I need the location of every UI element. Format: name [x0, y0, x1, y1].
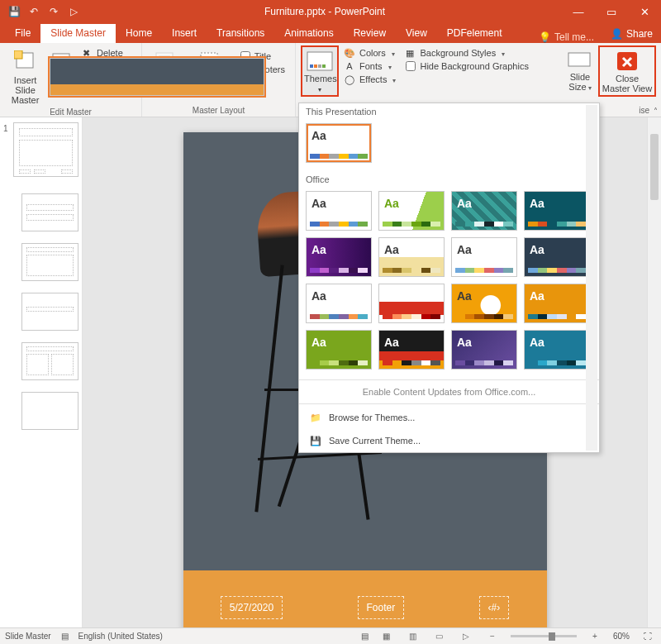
quick-access-toolbar: 💾 ↶ ↷ ▷ [0, 4, 88, 19]
theme-card-9[interactable]: Aa [378, 284, 445, 323]
title-bar: 💾 ↶ ↷ ▷ Furniture.pptx - PowerPoint — ▭ … [0, 0, 661, 23]
save-current-theme[interactable]: 💾Save Current Theme... [299, 429, 599, 452]
effects-dropdown[interactable]: ◯Effects [344, 74, 396, 85]
theme-card-15[interactable]: Aa [524, 330, 590, 370]
section-office: Office [299, 171, 599, 188]
browse-themes[interactable]: 📁Browse for Themes... [299, 406, 599, 429]
date-placeholder[interactable]: 5/27/2020 [221, 596, 283, 619]
fonts-icon: A [344, 60, 355, 72]
tab-transitions[interactable]: Transitions [207, 24, 274, 43]
background-icon: ▦ [404, 47, 416, 59]
tab-insert[interactable]: Insert [162, 24, 207, 43]
maximize-button[interactable]: ▭ [595, 0, 628, 23]
theme-card-1[interactable]: Aa [378, 191, 445, 231]
window-title: Furniture.pptx - PowerPoint [88, 6, 562, 17]
thumbnail-layout-3[interactable] [21, 293, 78, 331]
tab-review[interactable]: Review [344, 24, 396, 43]
zoom-slider[interactable] [511, 635, 577, 637]
redo-icon[interactable]: ↷ [46, 4, 61, 19]
colors-dropdown[interactable]: 🎨Colors [344, 47, 396, 59]
file-name: Furniture.pptx [264, 6, 326, 17]
normal-view-icon[interactable]: ▦ [378, 632, 395, 641]
theme-card-8[interactable]: Aa [306, 284, 372, 323]
spellcheck-icon[interactable]: ▤ [61, 632, 69, 641]
hide-background-checkbox[interactable]: Hide Background Graphics [404, 60, 530, 72]
themes-dropdown-panel: This Presentation Aa Office AaAaAaAaAaAa… [298, 103, 600, 453]
person-icon: 👤 [611, 28, 623, 40]
tab-pdfelement[interactable]: PDFelement [437, 24, 512, 43]
sorter-view-icon[interactable]: ▥ [405, 632, 421, 641]
svg-rect-12 [318, 64, 321, 68]
theme-card-12[interactable]: Aa [306, 330, 372, 370]
fonts-dropdown[interactable]: AFonts [344, 60, 396, 72]
theme-current[interactable]: Aa [306, 123, 372, 163]
thumbnail-layout-1[interactable] [21, 193, 78, 231]
status-bar: Slide Master ▤ English (United States) ▤… [0, 627, 661, 644]
save-theme-icon: 💾 [309, 434, 322, 447]
thumbnail-layout-5[interactable] [21, 392, 78, 430]
svg-rect-13 [322, 64, 326, 68]
tab-home[interactable]: Home [116, 24, 162, 43]
notes-button[interactable]: ▤ [361, 632, 369, 641]
theme-card-14[interactable]: Aa [451, 330, 517, 370]
status-view: Slide Master [5, 632, 51, 641]
tab-slide-master[interactable]: Slide Master [40, 24, 116, 43]
theme-card-6[interactable]: Aa [451, 237, 517, 277]
theme-card-2[interactable]: Aa [451, 191, 517, 231]
zoom-out-button[interactable]: − [484, 632, 501, 641]
pagenum-placeholder[interactable]: ‹#› [479, 596, 510, 619]
theme-card-10[interactable]: Aa [451, 284, 517, 323]
close-window-button[interactable]: ✕ [628, 0, 661, 23]
theme-card-3[interactable]: Aa [524, 191, 590, 231]
slide-size-button[interactable]: Slide Size [562, 45, 598, 93]
lightbulb-icon: 💡 [539, 31, 551, 43]
share-button[interactable]: 👤Share [602, 25, 661, 43]
theme-card-5[interactable]: Aa [378, 237, 445, 277]
slideshow-view-icon[interactable]: ▷ [458, 632, 474, 641]
close-master-view-button[interactable]: Close Master View [598, 45, 656, 97]
themes-button[interactable]: Themes▾ [301, 45, 339, 97]
reading-view-icon[interactable]: ▭ [431, 632, 448, 641]
theme-card-0[interactable]: Aa [306, 191, 372, 231]
delete-button[interactable]: ✖Delete [81, 47, 133, 59]
tab-view[interactable]: View [396, 24, 437, 43]
fit-to-window-icon[interactable]: ⛶ [640, 632, 656, 641]
thumbnail-layout-2[interactable] [21, 243, 78, 281]
background-styles-dropdown[interactable]: ▦Background Styles [404, 47, 530, 59]
undo-icon[interactable]: ↶ [26, 4, 41, 19]
tab-animations[interactable]: Animations [274, 24, 343, 43]
svg-rect-14 [568, 53, 590, 66]
collapse-ribbon-icon[interactable]: ˄ [654, 107, 658, 116]
zoom-in-button[interactable]: + [587, 632, 603, 641]
insert-slide-master-button[interactable]: Insert Slide Master [5, 45, 45, 107]
ribbon-tabs: File Slide Master Home Insert Transition… [0, 23, 661, 43]
svg-rect-10 [310, 64, 313, 68]
save-icon[interactable]: 💾 [7, 4, 21, 19]
theme-card-7[interactable]: Aa [524, 237, 590, 277]
vertical-scrollbar[interactable] [647, 117, 661, 627]
group-edit-master: Edit Master [5, 107, 136, 117]
theme-card-4[interactable]: Aa [306, 237, 372, 277]
thumbnail-panel: 1 [0, 117, 83, 627]
group-master-layout: Master Layout [147, 105, 290, 116]
dropdown-scrollbar[interactable] [586, 105, 597, 451]
zoom-level[interactable]: 60% [613, 632, 630, 641]
effects-icon: ◯ [344, 74, 355, 85]
thumbnail-master[interactable] [13, 122, 78, 177]
slide-footer-bar: 5/27/2020 Footer ‹#› [183, 570, 547, 627]
footer-placeholder[interactable]: Footer [358, 596, 405, 619]
theme-card-13[interactable]: Aa [378, 330, 445, 370]
minimize-button[interactable]: — [562, 0, 595, 23]
window-controls: — ▭ ✕ [562, 0, 661, 23]
svg-rect-1 [14, 50, 22, 59]
tell-me[interactable]: 💡Tell me... [539, 31, 602, 43]
folder-icon: 📁 [309, 411, 322, 424]
thumbnail-layout-4[interactable] [21, 342, 78, 380]
status-language[interactable]: English (United States) [78, 632, 163, 641]
tab-file[interactable]: File [5, 24, 40, 43]
enable-content-updates[interactable]: Enable Content Updates from Office.com..… [299, 382, 599, 402]
svg-rect-11 [314, 64, 317, 68]
theme-card-11[interactable]: Aa [524, 284, 590, 323]
delete-icon: ✖ [81, 47, 93, 59]
slideshow-icon[interactable]: ▷ [66, 4, 81, 19]
